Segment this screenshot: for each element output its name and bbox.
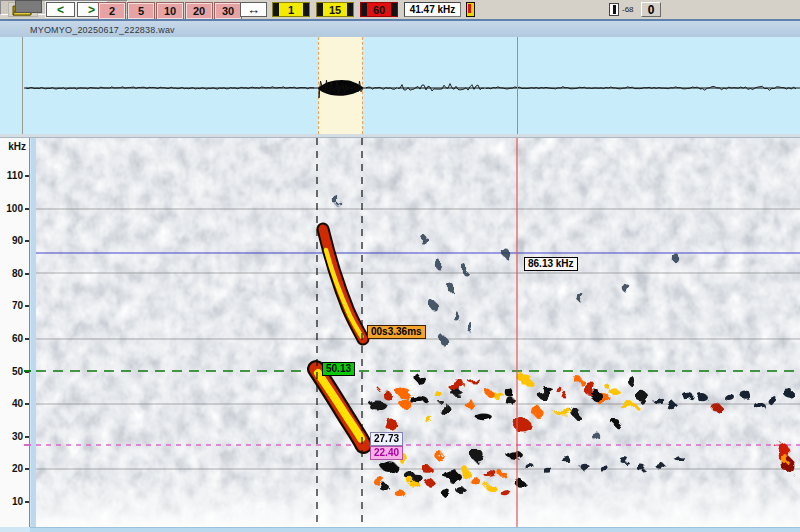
mode-60-button[interactable]: 60	[360, 2, 398, 17]
range-button-group: 25102030	[99, 3, 241, 19]
zero-button[interactable]: 0	[641, 2, 661, 17]
oscillogram-panel[interactable]	[0, 37, 800, 134]
horizontal-scrollbar[interactable]	[30, 527, 800, 532]
freq-tick-mark	[25, 273, 29, 275]
freq-tick-mark	[25, 338, 29, 340]
axis-unit-label: kHz	[8, 141, 26, 152]
duration-marker-label: 00s3.36ms	[367, 325, 426, 339]
freq-tick-label: 50	[1, 366, 23, 377]
slider-thumb[interactable]	[15, 0, 42, 13]
mode-15-button[interactable]: 15	[316, 2, 354, 17]
threshold-readout: -68	[622, 5, 634, 14]
app-window: < > 25102030 ↔ 1 15 60 41.47 kHz -68 0 M…	[0, 0, 800, 532]
freq-marker-label: 86.13 kHz	[524, 257, 578, 271]
freq-tick-mark	[25, 305, 29, 307]
freq-tick-mark	[25, 436, 29, 438]
range-30-button[interactable]: 30	[215, 3, 241, 19]
freq-tick-mark	[25, 240, 29, 242]
freq-tick-label: 100	[1, 203, 23, 214]
mode-1-button[interactable]: 1	[272, 2, 310, 17]
freq-tick-label: 110	[1, 170, 23, 181]
freq-tick-label: 20	[1, 463, 23, 474]
zoom-fit-button[interactable]: ↔	[240, 2, 267, 17]
level-meter-icon	[466, 2, 475, 17]
freq-tick-label: 40	[1, 398, 23, 409]
freq-tick-label: 90	[1, 235, 23, 246]
range-10-button[interactable]: 10	[157, 3, 183, 19]
green-marker-label: 50.13	[322, 362, 355, 376]
freq-tick-mark	[25, 403, 29, 405]
freq-tick-mark	[25, 501, 29, 503]
freq-tick-mark	[25, 468, 29, 470]
range-5-button[interactable]: 5	[128, 3, 154, 19]
waveform-trace	[0, 37, 800, 134]
freq-tick-label: 80	[1, 268, 23, 279]
freq-tick-label: 60	[1, 333, 23, 344]
filename-label: MYOMYO_20250617_222838.wav	[30, 25, 175, 35]
cursor-frequency-readout: 41.47 kHz	[404, 2, 461, 17]
high-freq-marker-label: 27.73	[370, 432, 403, 446]
range-20-button[interactable]: 20	[186, 3, 212, 19]
left-right-arrow-icon: ↔	[247, 2, 260, 17]
threshold-bar-icon	[609, 3, 619, 16]
freq-tick-label: 10	[1, 496, 23, 507]
freq-tick-label: 30	[1, 431, 23, 442]
toolbar: < > 25102030 ↔ 1 15 60 41.47 kHz -68 0	[0, 0, 800, 19]
frequency-axis: kHz 110100908070605040302010	[0, 138, 30, 527]
level-meter-button[interactable]	[465, 2, 476, 17]
prev-file-button[interactable]: <	[46, 2, 75, 17]
freq-tick-label: 70	[1, 300, 23, 311]
file-title-bar: MYOMYO_20250617_222838.wav	[0, 19, 800, 37]
low-freq-marker-label: 22.40	[370, 446, 403, 460]
playback-cursor-line[interactable]	[517, 37, 518, 134]
freq-tick-mark	[25, 175, 29, 177]
freq-tick-mark	[25, 208, 29, 210]
spectrogram-panel: kHz 110100908070605040302010	[0, 138, 800, 527]
range-2-button[interactable]: 2	[99, 3, 125, 19]
